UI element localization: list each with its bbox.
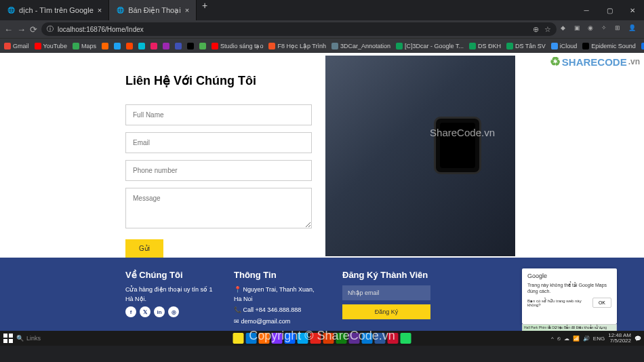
bookmark-item[interactable]: DS ĐKH (469, 43, 501, 49)
close-icon[interactable]: × (98, 6, 102, 14)
footer-phone: 📞 Call +84 346.888.888 (234, 306, 322, 315)
bookmark-icon (175, 43, 182, 49)
bookmark-item[interactable]: [C]3Dcar - Google T... (396, 43, 464, 49)
bookmark-item[interactable]: Maps (73, 43, 96, 49)
maximize-button[interactable]: ▢ (598, 7, 621, 14)
footer-info-title: Thông Tin (234, 270, 322, 280)
bookmark-icon (150, 43, 157, 49)
new-tab-button[interactable]: + (197, 0, 213, 20)
bookmark-label: YouTube (43, 43, 67, 49)
bookmark-item[interactable] (102, 43, 108, 49)
search-icon: 🔍 (16, 335, 24, 342)
fullname-input[interactable] (125, 104, 312, 125)
translate-icon[interactable]: ⊕ (533, 25, 539, 34)
bookmark-label: Maps (81, 43, 96, 49)
close-icon[interactable]: × (185, 6, 189, 14)
address-bar[interactable]: ⓘ localhost:16876/Home/Index ⊕ ☆ (41, 22, 557, 36)
map-question: Bạn có sở hữu trang web này không? (527, 298, 592, 307)
ext-icon[interactable]: ✧ (601, 24, 611, 34)
social-icons: f 𝕏 in ◎ (125, 306, 214, 317)
footer-about-title: Về Chúng Tôi (125, 270, 214, 280)
bookmark-item[interactable]: Epidemic Sound (582, 43, 636, 49)
bookmark-item[interactable]: Freepik (641, 43, 644, 49)
google-maps-error: Google Trang này không thể tải Google Ma… (522, 268, 617, 324)
bookmark-item[interactable] (138, 43, 145, 49)
map-google-label: Google (527, 273, 611, 279)
bookmark-icon (102, 43, 108, 49)
bookmark-icon (4, 43, 11, 49)
bookmark-item[interactable] (150, 43, 157, 49)
close-button[interactable]: ✕ (621, 7, 644, 14)
email-input[interactable] (125, 132, 312, 153)
phone-input[interactable] (125, 160, 312, 181)
bookmark-label: Studio sáng tạo (220, 43, 264, 49)
linkedin-icon[interactable]: in (154, 306, 165, 317)
bookmark-item[interactable] (175, 43, 182, 49)
notification-icon[interactable]: 💬 (635, 336, 641, 342)
bookmark-item[interactable] (126, 43, 133, 49)
system-tray: ^ ⎋ ☁ 📶 🔊 ENG 12:48 AM 7/5/2022 💬 (551, 333, 641, 344)
bookmark-item[interactable] (163, 43, 169, 49)
start-button[interactable] (3, 333, 14, 344)
bookmark-item[interactable]: YouTube (35, 43, 67, 49)
bookmark-item[interactable]: DS Tân SV (506, 43, 546, 49)
footer-email: ✉ demo@gmail.com (234, 317, 322, 327)
reload-button[interactable]: ⟳ (30, 24, 37, 35)
logo-text: SHARECODE (562, 56, 627, 68)
ext-icon[interactable]: ◉ (588, 24, 597, 34)
footer: Về Chúng Tôi Cửa hàng điện thoại uy tín … (0, 258, 644, 331)
language-icon[interactable]: ENG (593, 336, 605, 342)
taskbar-search[interactable]: 🔍 Links (16, 335, 41, 342)
bookmark-icon (268, 43, 275, 49)
back-button[interactable]: ← (4, 24, 13, 35)
bookmark-item[interactable] (187, 43, 194, 49)
star-icon[interactable]: ☆ (544, 25, 551, 34)
register-email-input[interactable] (342, 285, 430, 300)
volume-icon[interactable]: 🔊 (583, 336, 590, 342)
chevron-up-icon[interactable]: ^ (551, 336, 554, 342)
browser-tab-active[interactable]: 🌐 Bán Điện Thoại × (109, 0, 197, 20)
bookmark-icon (212, 43, 218, 49)
browser-tab[interactable]: 🌐 dịch - Tìm trên Google × (0, 0, 109, 20)
bookmark-icon (73, 43, 79, 49)
cloud-icon[interactable]: ☁ (564, 336, 569, 342)
map-ok-button[interactable]: OK (592, 298, 611, 308)
twitter-icon[interactable]: 𝕏 (140, 306, 150, 317)
instagram-icon[interactable]: ◎ (168, 306, 179, 317)
facebook-icon[interactable]: f (125, 306, 136, 317)
bookmark-item[interactable]: F8 Học Lập Trình (268, 43, 326, 49)
app-icon[interactable] (401, 333, 411, 344)
bookmark-icon (551, 43, 558, 49)
address-bar-row: ← → ⟳ ⓘ localhost:16876/Home/Index ⊕ ☆ ◆… (0, 20, 644, 38)
contact-heading: Liên Hệ Với Chúng Tôi (125, 73, 312, 88)
app-icon[interactable] (233, 333, 244, 344)
bookmark-item[interactable] (199, 43, 206, 49)
svg-rect-3 (9, 339, 13, 343)
ext-icon[interactable]: ◆ (561, 24, 570, 34)
bookmark-item[interactable]: Gmail (4, 43, 29, 49)
bookmark-item[interactable]: 3DCar_Annotation (331, 43, 390, 49)
minimize-button[interactable]: ─ (575, 7, 598, 14)
image-watermark: ShareCode.vn (430, 127, 495, 138)
ext-icon[interactable]: ⊞ (615, 24, 624, 34)
wifi-icon[interactable]: 📶 (573, 336, 580, 342)
phone-icon: 📞 (234, 306, 241, 313)
ext-icon[interactable]: ▣ (574, 24, 584, 34)
map-strip: Hall Park Phim tắt Dữ liệu Bản đồ Điều k… (522, 324, 617, 331)
bookmark-item[interactable] (114, 43, 121, 49)
tray-icon[interactable]: ⎋ (557, 336, 561, 342)
send-button[interactable]: Gửi (125, 239, 163, 258)
clock[interactable]: 12:48 AM 7/5/2022 (608, 333, 631, 344)
footer-about: Về Chúng Tôi Cửa hàng điện thoại uy tín … (125, 270, 214, 325)
bookmark-label: 3DCar_Annotation (340, 43, 390, 49)
bookmark-item[interactable]: iCloud (551, 43, 578, 49)
message-input[interactable] (125, 188, 312, 228)
profile-icon[interactable]: 👤 (628, 24, 638, 34)
footer-about-text: Cửa hàng điện thoại uy tín số 1 Hà Nội. (125, 285, 214, 304)
bookmark-icon (199, 43, 206, 49)
register-button[interactable]: Đăng Ký (342, 304, 430, 319)
copyright-watermark: Copyright © ShareCode.vn (249, 329, 395, 343)
forward-button[interactable]: → (17, 24, 26, 35)
bookmark-item[interactable]: Studio sáng tạo (212, 43, 264, 49)
bookmark-bar: GmailYouTubeMapsStudio sáng tạoF8 Học Lậ… (0, 38, 644, 53)
